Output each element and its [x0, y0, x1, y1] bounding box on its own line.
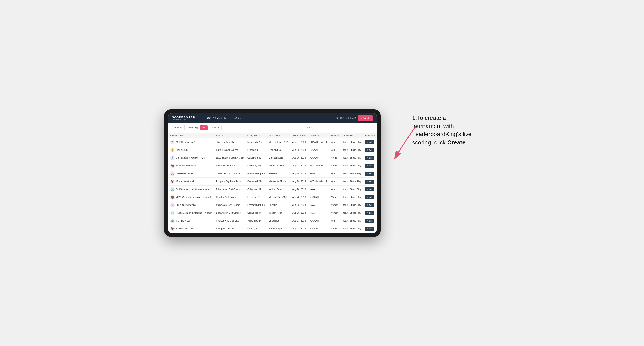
- cell-event-name: ⚔️ upike fall invitational: [168, 201, 214, 209]
- table-row: ⚔️ Fall Statesmen Invitational - Women E…: [168, 209, 376, 217]
- cell-event-name: 🏆 Highland 36: [168, 146, 214, 154]
- cell-scoring: team, Stroke Play: [342, 185, 363, 193]
- cell-venue: Hesston Golf Course: [214, 193, 246, 201]
- cell-city-state: Hesston, KS: [246, 193, 267, 201]
- cell-gender: Men: [328, 185, 342, 193]
- table-row: 🏌️ Carl Sandburg Women FA23 Lake Bracken…: [168, 154, 376, 162]
- edit-button[interactable]: ✎ Edit: [365, 148, 374, 152]
- table-container: EVENT NAME VENUE CITY, STATE HOSTED BY S…: [168, 133, 376, 233]
- edit-button[interactable]: ✎ Edit: [365, 179, 374, 183]
- cell-start-date: Aug 26, 2023: [291, 154, 308, 162]
- cell-actions: ✎ Edit: [363, 217, 376, 225]
- cell-venue: Ruttger's Bay Lake Resort: [214, 177, 246, 185]
- cell-scoring: team, Stroke Play: [342, 138, 363, 146]
- app-header: SCOREBOARD Powered by Clippit TOURNAMENT…: [168, 113, 376, 123]
- cell-start-date: Aug 28, 2023: [291, 170, 308, 177]
- col-actions: ACTIONS: [363, 133, 376, 138]
- annotation-text: 1.To create a tournament with Leaderboar…: [408, 109, 480, 151]
- table-row: 🏛️ VU PREVIEW Cypress Hills Golf Club Vi…: [168, 217, 376, 225]
- cell-hosted-by: Murray State (OK): [267, 193, 290, 201]
- cell-division: NCAA Division III: [308, 138, 329, 146]
- hosting-filter-btn[interactable]: Hosting: [172, 125, 184, 130]
- event-name-text: Highland 36: [176, 149, 188, 151]
- all-filter-btn[interactable]: All: [200, 125, 208, 130]
- cell-city-state: Oskaloosa, IA: [246, 185, 267, 193]
- col-city-state: CITY, STATE: [246, 133, 267, 138]
- settings-icon[interactable]: ⚙: [335, 116, 338, 120]
- cell-actions: ✎ Edit: [363, 193, 376, 201]
- edit-button[interactable]: ✎ Edit: [365, 211, 374, 215]
- col-scoring: SCORING: [342, 133, 363, 138]
- cell-start-date: Aug 28, 2023: [291, 217, 308, 225]
- table-row: 🦅 Klash at Kokopelli Kokopelli Golf Club…: [168, 225, 376, 233]
- advanced-filter-btn[interactable]: ≡ Filter: [210, 125, 222, 130]
- cell-scoring: team, Stroke Play: [342, 162, 363, 170]
- search-input[interactable]: [301, 125, 373, 130]
- cell-gender: Women: [328, 201, 342, 209]
- cell-hosted-by: Vincennes: [267, 217, 290, 225]
- logo-area: SCOREBOARD Powered by Clippit: [172, 116, 195, 121]
- cell-event-name: ⚔️ Fall Statesmen Invitational - Women: [168, 209, 214, 217]
- table-row: 🏆 Highland 36 Park Hills Golf Course Fre…: [168, 146, 376, 154]
- cell-hosted-by: Minnesota-Morris: [267, 177, 290, 185]
- tablet-screen: SCOREBOARD Powered by Clippit TOURNAMENT…: [168, 113, 376, 233]
- filter-button-group: Hosting Competing All: [172, 125, 208, 130]
- cell-gender: Women: [328, 209, 342, 217]
- col-event-name: EVENT NAME: [168, 133, 214, 138]
- col-venue: VENUE: [214, 133, 246, 138]
- cell-venue: Faribault Golf Club: [214, 162, 246, 170]
- cell-gender: Women: [328, 225, 342, 233]
- cell-venue: StoneCrest Golf Course: [214, 170, 246, 177]
- cell-event-name: 🏌️ MSMC Qualifying 1: [168, 138, 214, 146]
- nav-tab-tournaments[interactable]: TOURNAMENTS: [202, 115, 228, 121]
- edit-button[interactable]: ✎ Edit: [365, 203, 374, 207]
- cell-city-state: Marion, IL: [246, 225, 267, 233]
- cell-event-name: 🦅 Morris Invitational: [168, 177, 214, 185]
- cell-gender: Men: [328, 217, 342, 225]
- cell-hosted-by: Pikeville: [267, 201, 290, 209]
- edit-button[interactable]: ✎ Edit: [365, 195, 374, 199]
- event-icon: 🏌️: [170, 140, 175, 145]
- user-text: Test User | Sign: [340, 117, 356, 119]
- edit-button[interactable]: ✎ Edit: [365, 219, 374, 223]
- cell-start-date: Aug 28, 2023: [291, 177, 308, 185]
- annotation-period: .: [466, 139, 467, 146]
- edit-button[interactable]: ✎ Edit: [365, 172, 374, 176]
- cell-division: NAIA: [308, 185, 329, 193]
- cell-actions: ✎ Edit: [363, 138, 376, 146]
- table-body: 🏌️ MSMC Qualifying 1 The Powelton Club N…: [168, 138, 376, 233]
- cell-hosted-by: Highland CC: [267, 146, 290, 154]
- cell-actions: ✎ Edit: [363, 162, 376, 170]
- cell-city-state: Galesburg, IL: [246, 154, 267, 162]
- event-icon: 🏌️: [170, 156, 175, 160]
- edit-button[interactable]: ✎ Edit: [365, 227, 374, 231]
- edit-button[interactable]: ✎ Edit: [365, 187, 374, 191]
- event-icon: 🐻: [170, 195, 175, 199]
- event-icon: 🏛️: [170, 219, 175, 223]
- cell-division: NJCAA I: [308, 146, 329, 154]
- table-row: 🦅 Morris Invitational Ruttger's Bay Lake…: [168, 177, 376, 185]
- create-button[interactable]: + Create: [358, 115, 373, 121]
- cell-scoring: team, Stroke Play: [342, 217, 363, 225]
- cell-city-state: Oskaloosa, IA: [246, 209, 267, 217]
- cell-event-name: 🐻 2023 Women's Hesston Fall Kickoff: [168, 193, 214, 201]
- cell-gender: Women: [328, 193, 342, 201]
- cell-venue: Lake Bracken Country Club: [214, 154, 246, 162]
- cell-venue: Edmundson Golf Course: [214, 185, 246, 193]
- cell-start-date: Aug 28, 2023: [291, 225, 308, 233]
- cell-division: NJCAA I: [308, 225, 329, 233]
- cell-city-state: Prestonsburg, KY: [246, 170, 267, 177]
- cell-venue: Cypress Hills Golf Club: [214, 217, 246, 225]
- cell-hosted-by: William Penn: [267, 209, 290, 217]
- competing-filter-btn[interactable]: Competing: [184, 125, 200, 130]
- cell-start-date: Aug 28, 2023: [291, 201, 308, 209]
- edit-button[interactable]: ✎ Edit: [365, 140, 374, 144]
- table-row: 🐂 Maverick Invitational Faribault Golf C…: [168, 162, 376, 170]
- nav-tab-teams[interactable]: TEAMS: [230, 115, 244, 121]
- edit-button[interactable]: ✎ Edit: [365, 164, 374, 168]
- edit-button[interactable]: ✎ Edit: [365, 156, 374, 160]
- cell-actions: ✎ Edit: [363, 170, 376, 177]
- cell-venue: Kokopelli Golf Club: [214, 225, 246, 233]
- outer-wrapper: SCOREBOARD Powered by Clippit TOURNAMENT…: [164, 109, 480, 237]
- cell-scoring: team, Stroke Play: [342, 146, 363, 154]
